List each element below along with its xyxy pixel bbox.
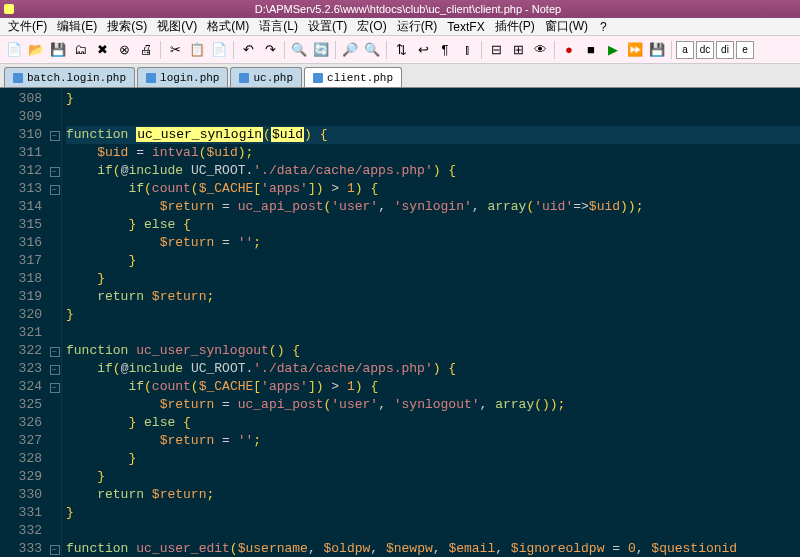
- menu-item-6[interactable]: 设置(T): [304, 17, 351, 36]
- tab-batch-login-php[interactable]: batch.login.php: [4, 67, 135, 87]
- line-number: 322: [0, 342, 42, 360]
- print-icon[interactable]: 🖨: [136, 40, 156, 60]
- expand-icon[interactable]: ⊞: [508, 40, 528, 60]
- file-icon: [146, 73, 156, 83]
- line-number: 331: [0, 504, 42, 522]
- code-line[interactable]: }: [66, 468, 800, 486]
- menu-item-4[interactable]: 格式(M): [203, 17, 253, 36]
- sync-scroll-icon[interactable]: ⇅: [391, 40, 411, 60]
- separator: [284, 41, 285, 59]
- redo-icon[interactable]: ↷: [260, 40, 280, 60]
- new-file-icon[interactable]: 📄: [4, 40, 24, 60]
- tab-client-php[interactable]: client.php: [304, 67, 402, 87]
- fold-marker: [48, 198, 61, 216]
- menu-item-8[interactable]: 运行(R): [393, 17, 442, 36]
- code-line[interactable]: $return = '';: [66, 234, 800, 252]
- code-line[interactable]: if(@include UC_ROOT.'./data/cache/apps.p…: [66, 162, 800, 180]
- cut-icon[interactable]: ✂: [165, 40, 185, 60]
- code-line[interactable]: return $return;: [66, 288, 800, 306]
- menu-item-12[interactable]: ?: [596, 19, 611, 35]
- separator: [335, 41, 336, 59]
- menu-item-7[interactable]: 宏(O): [353, 17, 390, 36]
- record-macro-icon[interactable]: ●: [559, 40, 579, 60]
- fold-marker[interactable]: −: [48, 162, 61, 180]
- code-line[interactable]: return $return;: [66, 486, 800, 504]
- separator: [671, 41, 672, 59]
- wrap-icon[interactable]: ↩: [413, 40, 433, 60]
- line-number-gutter: 3083093103113123133143153163173183193203…: [0, 88, 48, 557]
- play-macro-icon[interactable]: ▶: [603, 40, 623, 60]
- fold-marker[interactable]: −: [48, 360, 61, 378]
- save-macro-icon[interactable]: 💾: [647, 40, 667, 60]
- collapse-icon[interactable]: ⊟: [486, 40, 506, 60]
- code-line[interactable]: if(count($_CACHE['apps']) > 1) {: [66, 378, 800, 396]
- tool-letter-e[interactable]: e: [736, 41, 754, 59]
- menu-item-2[interactable]: 搜索(S): [103, 17, 151, 36]
- line-number: 319: [0, 288, 42, 306]
- tab-login-php[interactable]: login.php: [137, 67, 228, 87]
- code-line[interactable]: }: [66, 90, 800, 108]
- line-number: 317: [0, 252, 42, 270]
- fold-marker[interactable]: −: [48, 378, 61, 396]
- menu-item-9[interactable]: TextFX: [443, 19, 488, 35]
- code-line[interactable]: if(@include UC_ROOT.'./data/cache/apps.p…: [66, 360, 800, 378]
- code-line[interactable]: } else {: [66, 414, 800, 432]
- fold-marker[interactable]: −: [48, 342, 61, 360]
- line-number: 312: [0, 162, 42, 180]
- tool-letter-dc[interactable]: dc: [696, 41, 714, 59]
- code-line[interactable]: function uc_user_synlogout() {: [66, 342, 800, 360]
- fold-marker[interactable]: −: [48, 540, 61, 557]
- indent-guide-icon[interactable]: ⫿: [457, 40, 477, 60]
- play-many-icon[interactable]: ⏩: [625, 40, 645, 60]
- file-icon: [13, 73, 23, 83]
- code-line[interactable]: }: [66, 252, 800, 270]
- code-line[interactable]: $return = '';: [66, 432, 800, 450]
- undo-icon[interactable]: ↶: [238, 40, 258, 60]
- save-icon[interactable]: 💾: [48, 40, 68, 60]
- save-all-icon[interactable]: 🗂: [70, 40, 90, 60]
- menu-item-5[interactable]: 语言(L): [255, 17, 302, 36]
- code-line[interactable]: [66, 108, 800, 126]
- copy-icon[interactable]: 📋: [187, 40, 207, 60]
- zoom-in-icon[interactable]: 🔎: [340, 40, 360, 60]
- code-line[interactable]: }: [66, 450, 800, 468]
- open-file-icon[interactable]: 📂: [26, 40, 46, 60]
- code-line[interactable]: $uid = intval($uid);: [66, 144, 800, 162]
- fold-marker: [48, 432, 61, 450]
- code-line[interactable]: $return = uc_api_post('user', 'synlogin'…: [66, 198, 800, 216]
- code-line[interactable]: $return = uc_api_post('user', 'synlogout…: [66, 396, 800, 414]
- line-number: 323: [0, 360, 42, 378]
- close-all-icon[interactable]: ⊗: [114, 40, 134, 60]
- tool-letter-a[interactable]: a: [676, 41, 694, 59]
- replace-icon[interactable]: 🔄: [311, 40, 331, 60]
- line-number: 324: [0, 378, 42, 396]
- line-number: 315: [0, 216, 42, 234]
- zoom-out-icon[interactable]: 🔍: [362, 40, 382, 60]
- code-line[interactable]: }: [66, 270, 800, 288]
- fold-marker[interactable]: −: [48, 180, 61, 198]
- separator: [233, 41, 234, 59]
- close-icon[interactable]: ✖: [92, 40, 112, 60]
- find-icon[interactable]: 🔍: [289, 40, 309, 60]
- hide-lines-icon[interactable]: 👁: [530, 40, 550, 60]
- menu-item-1[interactable]: 编辑(E): [53, 17, 101, 36]
- code-area[interactable]: } function uc_user_synlogin($uid) { $uid…: [62, 88, 800, 557]
- stop-macro-icon[interactable]: ■: [581, 40, 601, 60]
- fold-marker[interactable]: −: [48, 126, 61, 144]
- menu-item-0[interactable]: 文件(F): [4, 17, 51, 36]
- all-chars-icon[interactable]: ¶: [435, 40, 455, 60]
- menu-item-11[interactable]: 窗口(W): [541, 17, 592, 36]
- code-line[interactable]: }: [66, 306, 800, 324]
- menu-item-10[interactable]: 插件(P): [491, 17, 539, 36]
- code-line[interactable]: [66, 324, 800, 342]
- tool-letter-di[interactable]: di: [716, 41, 734, 59]
- tab-uc-php[interactable]: uc.php: [230, 67, 302, 87]
- menu-item-3[interactable]: 视图(V): [153, 17, 201, 36]
- code-line[interactable]: if(count($_CACHE['apps']) > 1) {: [66, 180, 800, 198]
- paste-icon[interactable]: 📄: [209, 40, 229, 60]
- code-line[interactable]: } else {: [66, 216, 800, 234]
- code-line[interactable]: }: [66, 504, 800, 522]
- code-line[interactable]: function uc_user_edit($username, $oldpw,…: [66, 540, 800, 557]
- code-line[interactable]: function uc_user_synlogin($uid) {: [66, 126, 800, 144]
- code-line[interactable]: [66, 522, 800, 540]
